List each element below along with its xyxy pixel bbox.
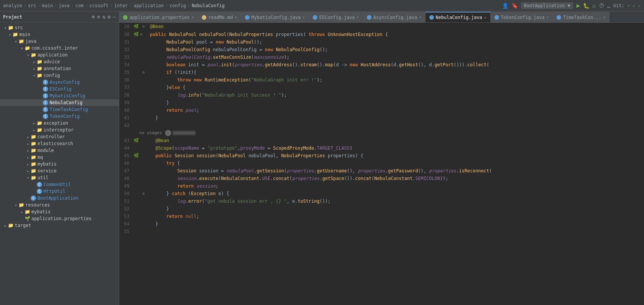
tree-item-mybatis[interactable]: ▸ 📁 mybatis xyxy=(0,161,119,167)
tab-close-AsyncConfig[interactable]: × xyxy=(419,15,421,19)
run-button[interactable]: ▶ xyxy=(576,2,580,9)
tab-close-properties[interactable]: × xyxy=(192,15,194,19)
tree-item-exception[interactable]: ▸ 📁 exception xyxy=(0,120,119,127)
tree-item-src[interactable]: ▾ 📁 src xyxy=(0,24,119,31)
tree-label-NebulaConfig: NebulaConfig xyxy=(50,100,83,105)
code-line-50: 50 ⊙ } catch (Exception e) { xyxy=(119,190,644,197)
tab-close-TokenConfig[interactable]: × xyxy=(546,15,549,19)
tree-item-BootApplication[interactable]: C BootApplication xyxy=(0,195,119,202)
tree-item-module[interactable]: ▸ 📁 module xyxy=(0,147,119,154)
tab-label-AsyncConfig: AsyncConfig.java xyxy=(373,15,417,20)
tree-item-interceptor[interactable]: ▸ 📁 interceptor xyxy=(0,127,119,133)
more-button[interactable]: … xyxy=(607,3,610,9)
tab-label-properties: application.properties xyxy=(129,15,190,20)
sidebar-tree: ▾ 📁 src ▾ 📁 main ▾ 📁 java ▾ xyxy=(0,23,119,305)
tree-label-MybatisConfig: MybatisConfig xyxy=(50,93,85,99)
folder-icon-advice: 📁 xyxy=(36,59,42,65)
tree-item-controller[interactable]: ▸ 📁 controller xyxy=(0,133,119,140)
tree-item-application-properties[interactable]: 🌱 application.properties xyxy=(0,215,119,222)
tree-item-main[interactable]: ▾ 📁 main xyxy=(0,31,119,38)
folder-icon-main: 📁 xyxy=(12,31,18,38)
tab-TokenConfig[interactable]: TokenConfig.java × xyxy=(491,12,553,22)
folder-icon-interceptor: 📁 xyxy=(36,127,42,133)
tab-TimeTaskCon[interactable]: TimeTaskCon... × xyxy=(553,12,610,22)
debug-button[interactable]: 🐛 xyxy=(583,3,589,9)
code-content-48: session.execute(NebulaConstant.USE.conca… xyxy=(147,175,644,182)
tree-item-service[interactable]: ▸ 📁 service xyxy=(0,167,119,174)
tab-AsyncConfig[interactable]: AsyncConfig.java × xyxy=(363,12,426,22)
tree-label-elasticsearch: elasticsearch xyxy=(37,141,73,146)
code-content-35: if (!init){ xyxy=(147,69,644,76)
folder-icon-target: 📁 xyxy=(8,222,14,228)
minimize-icon[interactable]: — xyxy=(113,14,116,20)
tree-item-HttpUtil[interactable]: C HttpUtil xyxy=(0,188,119,195)
tab-icon-properties xyxy=(123,15,128,20)
code-content-30: public NebulaPool nebulaPool(NebulaPrope… xyxy=(147,31,644,38)
tree-item-TokenConfig[interactable]: C TokenConfig xyxy=(0,113,119,120)
tab-application-properties[interactable]: application.properties × xyxy=(119,12,198,22)
tree-item-com[interactable]: ▾ 📁 com.ccssoft.inter xyxy=(0,45,119,52)
tab-NebulaConfig[interactable]: NebulaConfig.java × xyxy=(426,12,491,22)
tab-MybatisConfig[interactable]: MybatisConfig.java × xyxy=(241,12,309,22)
tab-close-MybatisConfig[interactable]: × xyxy=(303,15,305,19)
code-content-51: log.error("get nebula session err , {} "… xyxy=(147,197,644,205)
tree-item-java[interactable]: ▾ 📁 java xyxy=(0,38,119,45)
code-line-36: 36 throw new RuntimeException("NebulaGra… xyxy=(119,76,644,84)
tab-close-ESConfig[interactable]: × xyxy=(357,15,359,19)
bookmark-marker-50: ⊙ xyxy=(142,190,145,197)
tree-item-CommonUtil[interactable]: C CommonUtil xyxy=(0,181,119,188)
tab-close-readMe[interactable]: × xyxy=(235,15,237,19)
tree-item-target[interactable]: ▸ 📁 target xyxy=(0,222,119,229)
code-line-47: 47 Session session = nebulaPool.getSessi… xyxy=(119,167,644,175)
coverage-button[interactable]: ☑ xyxy=(593,3,596,9)
tree-item-MybatisConfig[interactable]: C MybatisConfig xyxy=(0,92,119,99)
folder-icon-controller: 📁 xyxy=(30,134,36,140)
tree-item-TimeTaskConfig[interactable]: C TimeTaskConfig xyxy=(0,106,119,113)
tree-item-mybatis-res[interactable]: ▸ 📁 mybatis xyxy=(0,208,119,215)
tree-arrow-interceptor: ▸ xyxy=(32,128,36,132)
tree-label-mq: mq xyxy=(37,155,43,160)
user-icon: 👤 xyxy=(502,3,508,9)
locate-icon[interactable]: ⊕ xyxy=(92,14,95,20)
tab-ESConfig[interactable]: ESConfig.java × xyxy=(309,12,363,22)
tree-item-util[interactable]: ▾ 📁 util xyxy=(0,174,119,181)
code-line-55: 55 xyxy=(119,228,644,235)
profile-button[interactable]: ⏱ xyxy=(599,3,604,9)
tree-item-application[interactable]: ▾ 📁 application xyxy=(0,52,119,58)
tree-label-service: service xyxy=(37,168,57,174)
tree-item-ESConfig[interactable]: C ESConfig xyxy=(0,86,119,92)
collapse-icon[interactable]: ≡ xyxy=(97,14,100,20)
code-container[interactable]: 29 🌿 ⊙ @Bean 30 🌿 ⊙ xyxy=(119,23,644,305)
code-content-32: NebulaPoolConfig nebulaPoolConfig = new … xyxy=(147,46,644,53)
tree-item-config[interactable]: ▾ 📁 config xyxy=(0,72,119,79)
settings-icon[interactable]: ⚙ xyxy=(108,14,111,20)
tree-item-mq[interactable]: ▸ 📁 mq xyxy=(0,154,119,161)
tree-label-AsyncConfig: AsyncConfig xyxy=(50,80,80,85)
avatar-placeholder xyxy=(165,130,171,136)
tree-label-main: main xyxy=(19,32,30,37)
tab-close-NebulaConfig[interactable]: × xyxy=(484,16,487,20)
tree-item-elasticsearch[interactable]: ▸ 📁 elasticsearch xyxy=(0,140,119,147)
code-line-51: 51 log.error("get nebula session err , {… xyxy=(119,197,644,205)
tree-item-AsyncConfig[interactable]: C AsyncConfig xyxy=(0,79,119,86)
tree-item-NebulaConfig[interactable]: C NebulaConfig xyxy=(0,99,119,106)
sort-icon[interactable]: ⇅ xyxy=(103,14,106,20)
tree-item-resources[interactable]: ▾ 📁 resources xyxy=(0,202,119,208)
tree-label-TokenConfig: TokenConfig xyxy=(50,114,80,119)
tree-item-annotation[interactable]: ▸ 📁 annotation xyxy=(0,65,119,72)
code-line-39: 39 } xyxy=(119,99,644,106)
tab-label-readMe: readMe.md xyxy=(208,15,233,20)
bookmark-marker-29: ⊙ xyxy=(142,23,145,30)
java-icon-AsyncConfig: C xyxy=(42,79,48,85)
tab-close-TimeTaskCon[interactable]: × xyxy=(603,15,605,19)
tree-arrow-com: ▾ xyxy=(20,46,24,50)
folder-icon-mybatis-res: 📁 xyxy=(24,209,30,215)
java-icon-TimeTaskConfig: C xyxy=(42,106,48,113)
code-line-42: 42 xyxy=(119,122,644,129)
code-line-44: 44 @Scope(scopeName = "prototype",proxyM… xyxy=(119,144,644,152)
tab-readMe[interactable]: readMe.md × xyxy=(198,12,241,22)
code-content-47: Session session = nebulaPool.getSession(… xyxy=(147,167,644,175)
tree-item-advice[interactable]: ▸ 📁 advice xyxy=(0,58,119,65)
folder-icon-util: 📁 xyxy=(30,175,36,181)
code-content-44: @Scope(scopeName = "prototype",proxyMode… xyxy=(147,144,644,152)
